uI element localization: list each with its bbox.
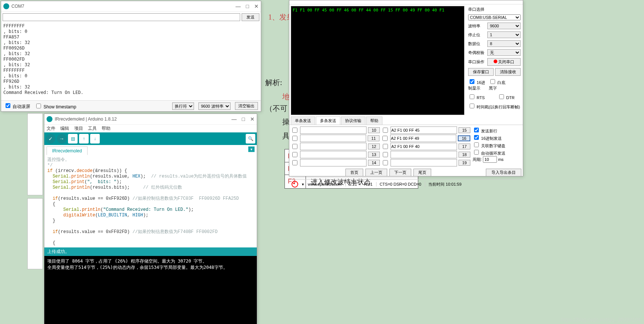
cts-status: CTS=0 DSR=0 DCD=0	[376, 182, 421, 186]
row-check[interactable]	[383, 152, 388, 157]
row-check[interactable]	[292, 160, 297, 165]
row-check[interactable]	[292, 144, 297, 149]
pager-last[interactable]: 尾页	[413, 169, 431, 176]
parity-label: 奇偶校验	[468, 50, 486, 55]
send-field-a[interactable]	[300, 159, 367, 166]
send-field-a[interactable]	[300, 151, 367, 158]
pager-first[interactable]: 首页	[345, 169, 363, 176]
close-icon[interactable]: ✕	[250, 116, 255, 122]
row-check[interactable]	[292, 128, 297, 133]
save-window-button[interactable]: 保存窗口	[468, 68, 494, 76]
send-field-b[interactable]	[391, 143, 457, 150]
send-button[interactable]: 发送	[242, 13, 259, 21]
close-icon[interactable]: ✕	[254, 3, 259, 9]
clear-output-button[interactable]: 清空输出	[235, 102, 258, 110]
numpad-checkbox[interactable]: 关联数字键盘	[473, 144, 505, 148]
send-btn-12[interactable]: 12	[368, 144, 380, 149]
baud-select[interactable]: 9600 波特率	[198, 102, 231, 110]
maximize-icon[interactable]: □	[246, 3, 249, 9]
row-check[interactable]	[383, 128, 388, 133]
send-field-a[interactable]	[300, 143, 367, 150]
menu-tools[interactable]: 工具	[88, 126, 97, 131]
titlebar[interactable]: IRrecvdemoled | Arduino 1.8.12 — □ ✕	[44, 114, 257, 125]
pager-prev[interactable]: 上一页	[365, 169, 387, 176]
databits-label: 数据位	[468, 41, 486, 47]
menu-edit[interactable]: 编辑	[60, 126, 69, 131]
row-check[interactable]	[382, 136, 388, 141]
menubar[interactable]: 文件 编辑 项目 工具 帮助	[44, 125, 257, 132]
period-input[interactable]	[483, 156, 497, 163]
new-button[interactable]: ▤	[68, 134, 78, 144]
clear-rx-button[interactable]: 清除接收	[495, 68, 521, 76]
send-btn-16[interactable]: 16	[458, 135, 470, 141]
code-editor[interactable]: 遥控指令。 */ if (irrecv.decode(&results)) { …	[44, 155, 257, 247]
minimize-icon[interactable]: —	[236, 3, 241, 9]
import-export-button[interactable]: 导入导出条目	[486, 169, 521, 176]
row-check[interactable]	[292, 136, 297, 141]
send-field-b[interactable]	[391, 126, 457, 134]
portop-label: 串口操作	[468, 59, 486, 65]
verify-button[interactable]: ✓	[46, 134, 55, 144]
parity-select[interactable]: 无	[487, 49, 521, 56]
send-btn-11[interactable]: 11	[368, 135, 379, 141]
period-label: 周期:	[473, 157, 482, 162]
send-btn-17[interactable]: 17	[459, 144, 470, 149]
send-input[interactable]	[3, 13, 240, 21]
pager-next[interactable]: 下一页	[389, 169, 411, 176]
titlebar[interactable]	[289, 0, 523, 4]
send-field-b[interactable]	[391, 151, 457, 158]
loop-checkbox[interactable]: 自动循环发送	[473, 151, 505, 155]
send-btn-13[interactable]: 13	[368, 152, 380, 158]
menu-sketch[interactable]: 项目	[74, 126, 83, 131]
bg-text: （不可	[265, 104, 287, 114]
tab-protocol[interactable]: 协议传输	[341, 117, 365, 125]
time-label: 当前时间 10:01:59	[425, 182, 461, 187]
newline-checkbox[interactable]: 发送新行	[473, 129, 497, 133]
send-btn-14[interactable]: 14	[368, 160, 380, 166]
stopbits-select[interactable]: 1	[487, 31, 521, 38]
save-button[interactable]: ↓	[90, 134, 100, 144]
send-btn-19[interactable]: 19	[459, 160, 470, 166]
send-field-a[interactable]	[300, 126, 367, 134]
dtr-checkbox[interactable]: DTR	[498, 93, 515, 100]
titlebar[interactable]: COM7 — □ ✕	[1, 1, 261, 12]
timestamp-checkbox[interactable]: Show timestamp	[35, 102, 76, 109]
tab-single[interactable]: 单条发送	[291, 117, 315, 125]
open-button[interactable]: ↑	[79, 134, 89, 144]
whitebg-checkbox[interactable]: 白底黑字	[489, 78, 507, 91]
send-field-b[interactable]	[390, 135, 456, 142]
watermark: https://blog.csdn.net/qq_36958104	[561, 317, 640, 323]
row-check[interactable]	[383, 144, 388, 149]
upload-button[interactable]: →	[57, 134, 67, 144]
baud-select[interactable]: 9600	[487, 23, 521, 29]
send-field-a[interactable]	[300, 135, 366, 142]
maximize-icon[interactable]: □	[242, 116, 245, 122]
row-check[interactable]	[292, 152, 297, 157]
hexsend-checkbox[interactable]: 16进制发送	[473, 136, 502, 141]
close-port-button[interactable]: 关闭串口	[487, 58, 521, 66]
menu-help[interactable]: 帮助	[102, 126, 110, 131]
tab-multi[interactable]: 多条发送	[316, 117, 340, 125]
port-select[interactable]: COM8:USB-SERIAL	[468, 14, 521, 20]
hexdisp-checkbox[interactable]: 16进制显示	[468, 78, 486, 91]
minimize-icon[interactable]: —	[232, 116, 237, 122]
row-check[interactable]	[383, 160, 388, 165]
sketch-tab[interactable]: IRrecvdemoled	[47, 146, 88, 155]
databits-select[interactable]: 8	[487, 40, 521, 47]
autoscroll-checkbox[interactable]: 自动滚屏	[4, 102, 30, 110]
send-field-b[interactable]	[391, 159, 457, 166]
lineending-select[interactable]: 换行符	[172, 102, 194, 110]
compile-console: 项目使用了 8064 字节，占用了 (26%) 程序存储空间。最大为 30720…	[44, 256, 257, 324]
bg-text: 操	[282, 117, 290, 127]
serial-monitor-button[interactable]: 🔍	[246, 134, 255, 144]
send-btn-10[interactable]: 10	[368, 127, 380, 133]
dropdown-icon[interactable]: ▾	[302, 182, 304, 187]
send-btn-18[interactable]: 18	[459, 152, 470, 158]
timestamp-checkbox[interactable]: 时间戳(以换行回车断帧)	[468, 105, 520, 109]
tab-help[interactable]: 帮助	[366, 117, 382, 125]
tab-menu-icon[interactable]: ▾	[248, 146, 255, 152]
menu-file[interactable]: 文件	[47, 126, 55, 131]
baud-label: 波特率	[468, 23, 486, 29]
send-btn-15[interactable]: 15	[459, 127, 470, 133]
rts-checkbox[interactable]: RTS	[468, 93, 486, 100]
